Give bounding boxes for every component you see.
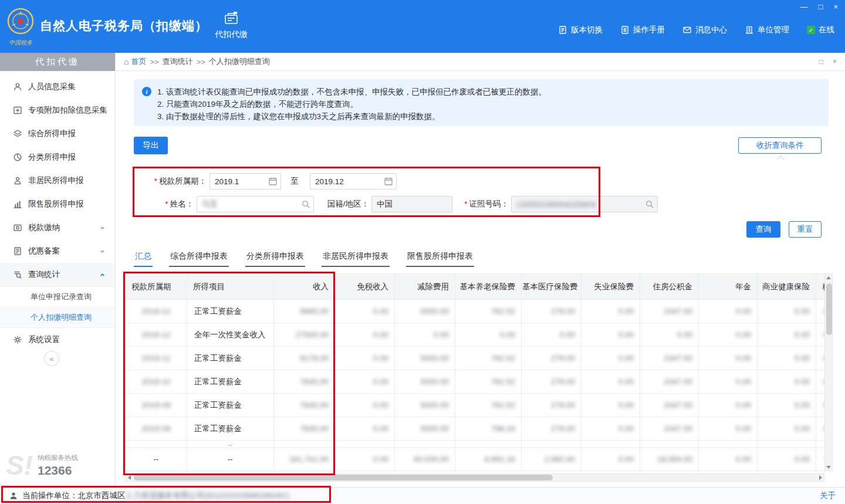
- cell-value: 2019-11: [142, 354, 171, 363]
- column-header: 免税收入: [335, 274, 395, 300]
- tab-summary[interactable]: 汇总: [134, 250, 153, 267]
- sidebar-item-classified-income[interactable]: 分类所得申报: [0, 146, 115, 169]
- cell-value: 7645.00: [300, 401, 329, 410]
- close-icon[interactable]: ×: [833, 2, 838, 12]
- tab-restricted[interactable]: 限售股所得申报表: [406, 250, 474, 267]
- calendar-icon[interactable]: [268, 177, 278, 186]
- vertical-scroll-thumb[interactable]: [826, 283, 832, 335]
- cell-value: 60,000.00: [414, 455, 449, 464]
- cell-value: 0.00: [795, 401, 810, 410]
- cell-value: 0.00: [795, 455, 810, 464]
- sidebar-item-label: 人员信息采集: [28, 82, 76, 92]
- tab-classified[interactable]: 分类所得申报表: [245, 250, 305, 267]
- table-row: 2019-12全年一次性奖金收入27500.000.000.000.000.00…: [126, 323, 825, 347]
- notice-line: 2. 只能查询2019年及之后的数据，不能进行跨年度查询。: [157, 98, 819, 110]
- sidebar-item-label: 优惠备案: [28, 246, 60, 256]
- table-cell: 0.00: [699, 394, 758, 417]
- nav-version-switch[interactable]: 版本切换: [558, 25, 603, 35]
- sidebar-item-label: 税款缴纳: [28, 222, 60, 233]
- cell-value: 正常工资薪金: [194, 307, 242, 316]
- table-cell: 5000.00: [395, 370, 455, 394]
- minimize-icon[interactable]: —: [800, 2, 808, 12]
- sidebar: 代扣代缴 人员信息采集 专项附加扣除信息采集 综合所得申报 分类所得申报 非居民…: [0, 53, 116, 487]
- period-end-input[interactable]: 2019.12: [310, 173, 397, 190]
- nationality-input[interactable]: 中国: [371, 196, 452, 212]
- sidebar-item-system-settings[interactable]: 系统设置: [0, 328, 115, 351]
- tab-comprehensive[interactable]: 综合所得申报表: [169, 250, 229, 267]
- scroll-right-icon[interactable]: [817, 474, 824, 481]
- table-cell: 0.00: [699, 370, 758, 394]
- column-header: 住房公积金: [640, 274, 699, 300]
- cell-value: 762.52: [491, 401, 515, 410]
- panel-restore-icon[interactable]: □: [819, 57, 823, 66]
- column-header: 基本医疗保险费: [522, 274, 582, 300]
- table-cell: 0.00: [582, 323, 640, 347]
- table-cell: 279.00: [522, 300, 582, 323]
- cell-value: ..: [228, 441, 232, 448]
- sidebar-item-tax-payment[interactable]: 税款缴纳: [0, 216, 115, 239]
- horizontal-scroll-thumb[interactable]: [134, 475, 553, 481]
- cell-value: 161,741.00: [289, 455, 329, 464]
- name-label: *姓名：: [148, 196, 194, 212]
- sidebar-item-comprehensive-income[interactable]: 综合所得申报: [0, 122, 115, 146]
- table-row: 2019-11正常工资薪金9178.000.005000.00762.52279…: [126, 347, 825, 370]
- module-tab-withholding[interactable]: 代扣代缴: [205, 11, 257, 40]
- cell-value: 0.00: [795, 307, 810, 316]
- about-link[interactable]: 关于: [820, 491, 836, 501]
- table-cell: 0.00: [699, 417, 758, 441]
- vertical-scrollbar[interactable]: [824, 273, 833, 471]
- column-header: 所得项目: [187, 274, 274, 300]
- table-cell: 正常工资薪金: [187, 394, 274, 417]
- period-start-input[interactable]: 2019.1: [209, 173, 281, 190]
- tab-nonresident[interactable]: 非居民所得申报表: [322, 250, 390, 267]
- table-cell: 0.00: [335, 300, 395, 323]
- id-number-input[interactable]: 130552199304225804: [511, 196, 658, 212]
- table-cell: 0.00: [816, 417, 825, 441]
- sidebar-item-nonresident-income[interactable]: 非居民所得申报: [0, 169, 115, 192]
- export-button[interactable]: 导出: [134, 137, 168, 154]
- reset-button[interactable]: 重置: [789, 221, 822, 238]
- calendar-icon[interactable]: [384, 177, 393, 186]
- panel-close-icon[interactable]: ×: [833, 57, 837, 66]
- sidebar-item-query-statistics[interactable]: 查询统计: [0, 263, 115, 286]
- breadcrumb-home[interactable]: 首页: [131, 56, 146, 67]
- sidebar-item-personnel-info[interactable]: 人员信息采集: [0, 75, 115, 99]
- table-cell: 0.00: [816, 370, 825, 394]
- table-cell: 2347.00: [640, 394, 699, 417]
- sidebar-subitem-personal-withholding-query[interactable]: 个人扣缴明细查询: [0, 307, 115, 327]
- column-header: 失业保险费: [582, 274, 640, 300]
- scroll-left-icon[interactable]: [126, 474, 133, 481]
- nav-org-manage[interactable]: 单位管理: [745, 25, 789, 35]
- sidebar-item-restricted-shares[interactable]: 限售股所得申报: [0, 192, 115, 216]
- sidebar-item-special-deduction[interactable]: 专项附加扣除信息采集: [0, 99, 115, 122]
- scroll-up-icon[interactable]: [825, 274, 832, 281]
- horizontal-scrollbar[interactable]: [125, 473, 824, 482]
- table-cell: 0.00: [816, 323, 825, 347]
- restore-icon[interactable]: □: [819, 2, 823, 12]
- table-cell: 0.00: [335, 347, 395, 370]
- nationality-value: 中国: [377, 199, 393, 209]
- message-center-icon: [682, 25, 692, 35]
- sidebar-item-preferential-filing[interactable]: 优惠备案: [0, 239, 115, 263]
- search-icon[interactable]: [645, 199, 654, 209]
- cell-value: 0.00: [618, 424, 634, 433]
- scroll-down-icon[interactable]: [825, 464, 832, 471]
- table-cell: 正常工资薪金: [187, 300, 274, 323]
- query-button[interactable]: 查询: [746, 221, 780, 238]
- collapse-query-button[interactable]: 收折查询条件: [738, 137, 822, 154]
- name-input[interactable]: 马某: [197, 196, 314, 212]
- nav-label: 版本切换: [571, 25, 603, 35]
- nav-manual[interactable]: 操作手册: [620, 25, 665, 35]
- hotline-number: 12366: [38, 464, 78, 478]
- nav-message-center[interactable]: 消息中心: [682, 25, 727, 35]
- cell-value: 2,960.40: [544, 455, 575, 464]
- bar-chart-icon: [13, 199, 22, 209]
- title-bar: — □ × 中国税务 自然人电子税务局（扣缴端） 代扣代缴 版本切换 操作手册: [0, 0, 845, 53]
- nav-online-status[interactable]: ✓ 在线: [807, 25, 834, 35]
- cell-value: 正常工资薪金: [194, 401, 242, 410]
- sidebar-collapse-button[interactable]: «: [44, 351, 59, 366]
- table-cell: 8,991.16: [455, 448, 522, 471]
- search-icon[interactable]: [301, 199, 310, 209]
- chevron-down-icon: [99, 248, 106, 255]
- sidebar-subitem-unit-report-query[interactable]: 单位申报记录查询: [0, 287, 115, 307]
